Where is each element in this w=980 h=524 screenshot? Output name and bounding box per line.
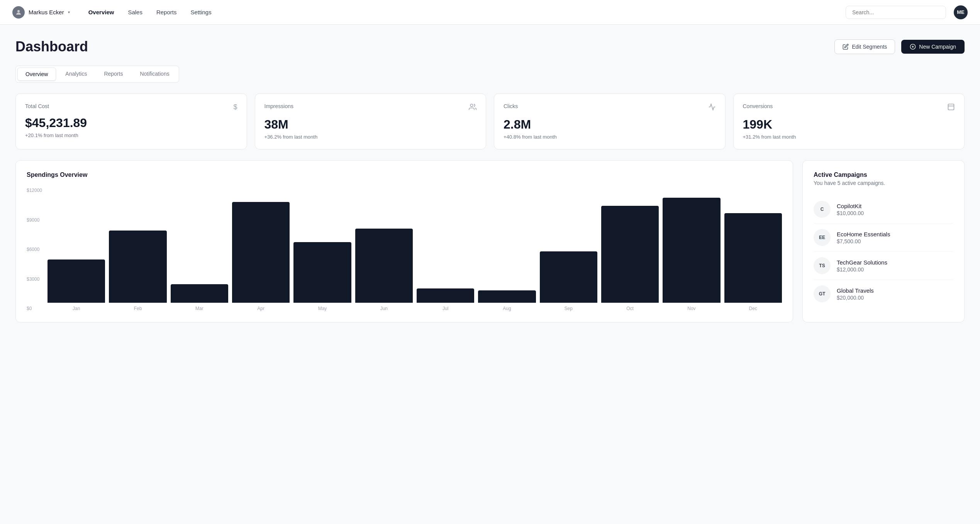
campaign-name: TechGear Solutions [837,259,887,266]
bar-group: Aug [478,188,536,311]
nav-link-overview[interactable]: Overview [88,9,114,15]
avatar [12,6,25,19]
edit-segments-button[interactable]: Edit Segments [834,39,895,54]
bar [478,290,536,303]
campaign-amount: $20,000.00 [837,295,874,301]
campaign-name: EcoHome Essentials [837,231,890,237]
metric-card-clicks: Clicks 2.8M +40.8% from last month [494,93,726,149]
bar-label: Dec [749,306,757,311]
chevron-down-icon: ▾ [68,10,70,14]
campaigns-list: C CopilotKit $10,000.00 EE EcoHome Essen… [814,195,953,308]
bar [724,213,782,303]
campaign-info: Global Travels $20,000.00 [837,287,874,301]
campaign-avatar: C [814,201,831,218]
campaigns-title: Active Campaigns [814,171,953,178]
nav-link-reports[interactable]: Reports [156,9,177,15]
metric-label: Impressions [264,103,293,109]
metric-card-header: Total Cost $ [25,103,237,111]
bottom-section: Spendings Overview $12000 $9000 $6000 $3… [15,160,965,322]
campaigns-subtitle: You have 5 active campaigns. [814,180,953,186]
bar-label: Aug [503,306,511,311]
bar [293,242,351,303]
bar [47,259,105,303]
metric-value: 199K [743,117,955,132]
bar-label: Jan [73,306,80,311]
bar-label: Sep [565,306,573,311]
bar-label: Feb [134,306,142,311]
bar-group: Oct [601,188,659,311]
activity-icon [708,103,716,113]
campaign-name: CopilotKit [837,203,864,209]
bar-label: Jul [443,306,448,311]
metric-cards: Total Cost $ $45,231.89 +20.1% from last… [15,93,965,149]
metric-value: $45,231.89 [25,116,237,130]
campaign-amount: $10,000.00 [837,210,864,216]
header-actions: Edit Segments New Campaign [834,39,965,54]
campaign-avatar: EE [814,229,831,246]
list-item[interactable]: GT Global Travels $20,000.00 [814,280,953,308]
tab-overview[interactable]: Overview [17,68,56,81]
y-label-6000: $6000 [27,247,47,252]
user-menu[interactable]: Markus Ecker ▾ [12,6,70,19]
tabs: Overview Analytics Reports Notifications [15,66,179,83]
svg-point-0 [17,10,20,12]
metric-value: 38M [264,117,477,132]
bar-group: Apr [232,188,290,311]
search-input[interactable] [846,6,946,19]
y-label-0: $0 [27,306,47,311]
nav-links: Overview Sales Reports Settings [88,9,212,15]
svg-rect-5 [948,104,954,110]
metric-card-impressions: Impressions 38M +36.2% from last month [255,93,487,149]
campaign-avatar: GT [814,285,831,302]
chart-area: $12000 $9000 $6000 $3000 $0 JanFebMarApr… [27,188,782,311]
users-icon [469,103,476,113]
svg-point-4 [470,104,473,107]
bar-label: Oct [626,306,634,311]
campaign-avatar: TS [814,257,831,274]
metric-change: +20.1% from last month [25,132,237,138]
campaign-name: Global Travels [837,287,874,294]
username: Markus Ecker [29,9,64,15]
bar-group: May [293,188,351,311]
bar-label: Apr [257,306,264,311]
tab-reports[interactable]: Reports [96,68,131,81]
nav-link-settings[interactable]: Settings [190,9,211,15]
bar-label: Mar [195,306,203,311]
nav-link-sales[interactable]: Sales [128,9,142,15]
bar [540,251,597,303]
edit-icon [843,44,849,50]
bar-group: Nov [663,188,720,311]
list-item[interactable]: C CopilotKit $10,000.00 [814,195,953,224]
metric-value: 2.8M [504,117,716,132]
metric-card-header: Impressions [264,103,477,113]
bar-group: Jan [47,188,105,311]
list-item[interactable]: EE EcoHome Essentials $7,500.00 [814,224,953,252]
list-item[interactable]: TS TechGear Solutions $12,000.00 [814,252,953,280]
metric-label: Clicks [504,103,518,109]
tab-notifications[interactable]: Notifications [132,68,177,81]
bar [663,198,720,303]
bar [232,202,290,303]
metric-card-header: Conversions [743,103,955,113]
edit-segments-label: Edit Segments [852,44,887,50]
metric-card-conversions: Conversions 199K +31.2% from last month [733,93,965,149]
page-content: Dashboard Edit Segments New Campaign Ove… [0,25,980,336]
bar [171,284,228,303]
page-title: Dashboard [15,39,88,55]
tab-analytics[interactable]: Analytics [58,68,95,81]
metric-card-header: Clicks [504,103,716,113]
navbar: Markus Ecker ▾ Overview Sales Reports Se… [0,0,980,25]
campaign-info: CopilotKit $10,000.00 [837,203,864,216]
new-campaign-button[interactable]: New Campaign [901,40,965,54]
bar-label: May [318,306,327,311]
bar [601,206,659,303]
user-initials-badge[interactable]: ME [954,5,968,19]
bar [109,231,166,303]
metric-label: Total Cost [25,103,49,109]
campaign-info: TechGear Solutions $12,000.00 [837,259,887,273]
y-label-9000: $9000 [27,217,47,223]
chart-title: Spendings Overview [27,171,782,178]
plus-circle-icon [910,44,916,50]
metric-change: +31.2% from last month [743,134,955,140]
metric-card-total-cost: Total Cost $ $45,231.89 +20.1% from last… [15,93,247,149]
